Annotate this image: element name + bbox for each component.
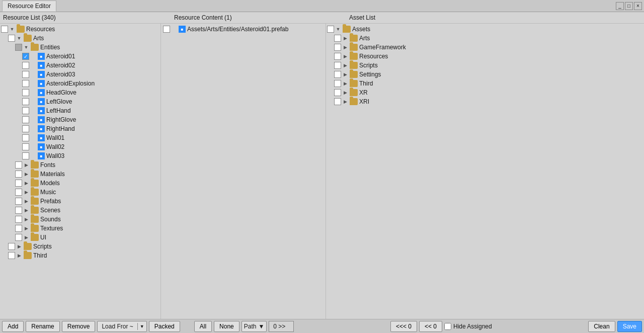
content-checkbox-asteroid01[interactable]	[163, 26, 170, 33]
checkbox-asteroid01[interactable]: ✓	[22, 53, 29, 60]
asset-checkbox-xr[interactable]	[334, 89, 341, 96]
tree-item-lefthand[interactable]: ■ LeftHand	[0, 106, 160, 115]
tree-item-textures[interactable]: ▶ Textures	[0, 224, 160, 233]
tree-item-righthand[interactable]: ■ RightHand	[0, 124, 160, 133]
asset-item-assets[interactable]: ▼ Assets	[326, 25, 644, 34]
tree-item-leftglove[interactable]: ■ LeftGlove	[0, 97, 160, 106]
checkbox-sounds[interactable]	[15, 216, 22, 223]
expand-resources[interactable]: ▼	[9, 26, 15, 32]
checkbox-lefthand[interactable]	[22, 107, 29, 114]
asset-expand-third[interactable]: ▶	[342, 80, 348, 87]
tree-item-ui[interactable]: ▶ UI	[0, 233, 160, 242]
expand-third[interactable]: ▶	[16, 253, 22, 259]
tree-item-sounds[interactable]: ▶ Sounds	[0, 215, 160, 224]
expand-models[interactable]: ▶	[23, 180, 29, 186]
checkbox-prefabs[interactable]	[15, 198, 22, 205]
asset-item-resources[interactable]: ▶ Resources	[326, 52, 644, 61]
checkbox-music[interactable]	[15, 189, 22, 196]
clean-button[interactable]: Clean	[588, 321, 615, 332]
tree-item-wall02[interactable]: ■ Wall02	[0, 142, 160, 151]
tree-item-asteroid03[interactable]: ■ Asteroid03	[0, 70, 160, 79]
expand-textures[interactable]: ▶	[23, 225, 29, 231]
tree-item-prefabs[interactable]: ▶ Prefabs	[0, 197, 160, 206]
packed-button[interactable]: Packed	[149, 321, 180, 332]
expand-scenes[interactable]: ▶	[23, 207, 29, 213]
asset-expand-xr[interactable]: ▶	[342, 90, 348, 96]
expand-arts[interactable]: ▼	[16, 35, 22, 41]
checkbox-materials[interactable]	[15, 171, 22, 178]
tree-item-models[interactable]: ▶ Models	[0, 179, 160, 188]
tree-item-wall03[interactable]: ■ Wall03	[0, 151, 160, 160]
checkbox-asteroidexplosion[interactable]	[22, 80, 29, 87]
minimize-button[interactable]: _	[616, 2, 624, 10]
tree-item-headglove[interactable]: ■ HeadGlove	[0, 88, 160, 97]
checkbox-arts[interactable]	[8, 35, 15, 42]
expand-entities[interactable]: ▼	[23, 44, 29, 50]
asset-item-scripts[interactable]: ▶ Scripts	[326, 61, 644, 70]
maximize-button[interactable]: □	[625, 2, 633, 10]
hide-assigned-checkbox[interactable]	[444, 323, 451, 330]
tree-item-third[interactable]: ▶ Third	[0, 251, 160, 260]
checkbox-ui[interactable]	[15, 234, 22, 241]
checkbox-resources[interactable]	[1, 26, 8, 33]
asset-checkbox-assets[interactable]	[327, 26, 334, 33]
remove-button[interactable]: Remove	[62, 321, 96, 332]
checkbox-scenes[interactable]	[15, 207, 22, 214]
tree-item-wall01[interactable]: ■ Wall01	[0, 133, 160, 142]
tree-item-asteroid01[interactable]: ✓ ■ Asteroid01	[0, 52, 160, 61]
save-button[interactable]: Save	[617, 321, 642, 332]
expand-fonts[interactable]: ▶	[23, 162, 29, 168]
tree-item-music[interactable]: ▶ Music	[0, 188, 160, 197]
checkbox-righthand[interactable]	[22, 125, 29, 132]
asset-expand-gameframework[interactable]: ▶	[342, 44, 348, 50]
nav-left-button[interactable]: << 0	[419, 321, 442, 332]
asset-checkbox-gameframework[interactable]	[334, 44, 341, 51]
checkbox-wall03[interactable]	[22, 152, 29, 159]
expand-sounds[interactable]: ▶	[23, 216, 29, 222]
asset-checkbox-scripts[interactable]	[334, 62, 341, 69]
checkbox-asteroid03[interactable]	[22, 71, 29, 78]
tree-item-asteroid02[interactable]: ■ Asteroid02	[0, 61, 160, 70]
asset-expand-scripts[interactable]: ▶	[342, 62, 348, 68]
asset-expand-xri[interactable]: ▶	[342, 99, 348, 105]
content-item-asteroid01[interactable]: ■ Assets/Arts/Entities/Asteroid01.prefab	[161, 25, 326, 34]
tree-item-fonts[interactable]: ▶ Fonts	[0, 160, 160, 170]
asset-item-third[interactable]: ▶ Third	[326, 79, 644, 88]
checkbox-asteroid02[interactable]	[22, 62, 29, 69]
checkbox-leftglove[interactable]	[22, 98, 29, 105]
checkbox-fonts[interactable]	[15, 161, 22, 169]
checkbox-scripts[interactable]	[8, 243, 15, 250]
path-dropdown[interactable]: Path ▼	[242, 321, 267, 332]
asset-expand-arts[interactable]: ▶	[342, 35, 348, 41]
tree-item-entities[interactable]: ▼ Entities	[0, 43, 160, 52]
asset-checkbox-xri[interactable]	[334, 98, 341, 105]
checkbox-rightglove[interactable]	[22, 116, 29, 123]
asset-item-gameframework[interactable]: ▶ GameFramework	[326, 43, 644, 52]
tree-item-arts[interactable]: ▼ Arts	[0, 34, 160, 43]
checkbox-wall01[interactable]	[22, 134, 29, 141]
asset-expand-settings[interactable]: ▶	[342, 71, 348, 77]
tree-item-scenes[interactable]: ▶ Scenes	[0, 206, 160, 215]
checkbox-entities[interactable]	[15, 44, 22, 51]
asset-item-settings[interactable]: ▶ Settings	[326, 70, 644, 79]
asset-checkbox-third[interactable]	[334, 80, 341, 87]
none-button[interactable]: None	[214, 321, 239, 332]
title-bar-tab[interactable]: Resource Editor	[2, 1, 56, 12]
tree-item-rightglove[interactable]: ■ RightGlove	[0, 115, 160, 124]
expand-prefabs[interactable]: ▶	[23, 198, 29, 204]
close-button[interactable]: ×	[634, 2, 642, 10]
tree-item-scripts[interactable]: ▶ Scripts	[0, 242, 160, 251]
add-button[interactable]: Add	[2, 321, 24, 332]
asset-expand-assets[interactable]: ▼	[335, 26, 341, 32]
checkbox-textures[interactable]	[15, 225, 22, 232]
expand-materials[interactable]: ▶	[23, 171, 29, 177]
checkbox-wall02[interactable]	[22, 143, 29, 150]
asset-checkbox-resources[interactable]	[334, 53, 341, 60]
load-from-dropdown[interactable]: Load Fror ~ ▼	[97, 321, 146, 332]
tree-item-resources[interactable]: ▼ Resources	[0, 25, 160, 34]
asset-checkbox-settings[interactable]	[334, 71, 341, 78]
asset-item-xr[interactable]: ▶ XR	[326, 88, 644, 97]
nav-left-left-button[interactable]: <<< 0	[390, 321, 417, 332]
expand-ui[interactable]: ▶	[23, 234, 29, 240]
asset-checkbox-arts[interactable]	[334, 35, 341, 42]
